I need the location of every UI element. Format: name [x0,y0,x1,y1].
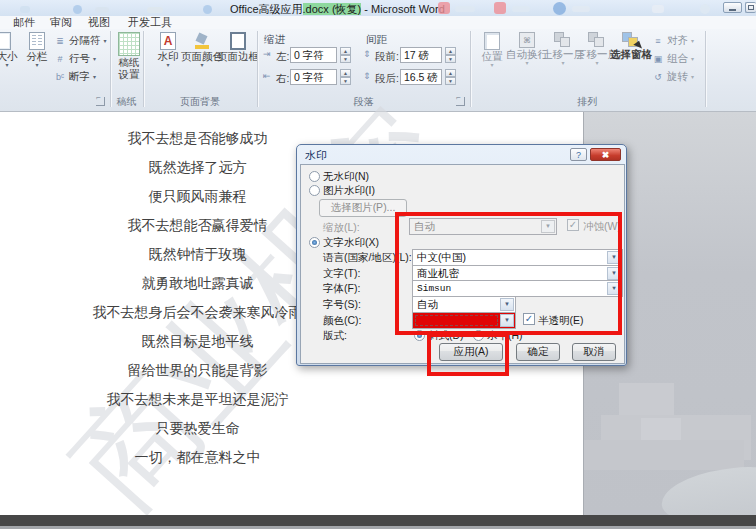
bottom-dark-bar [0,515,756,526]
doc-line: 我不去想未来是平坦还是泥泞 [0,385,395,414]
doc-line: 只要热爱生命 [0,414,395,443]
maximize-button[interactable] [745,2,756,13]
align-button[interactable]: ≡对齐▾ [652,34,694,48]
group-label-arrange: 排列 [470,95,705,109]
chevron-down-icon: ▾ [525,61,528,66]
indent-title: 缩进 [264,33,285,47]
radio-no-watermark[interactable] [309,171,320,182]
manuscript-setup-button[interactable]: 稿纸 设置 [116,32,142,80]
indent-left-input[interactable]: 0 字符 [290,47,337,63]
breaks-button[interactable]: ≣分隔符▾ [54,34,107,48]
tab-mailings[interactable]: 邮件 [13,16,35,29]
tab-developer[interactable]: 开发工具 [128,16,172,29]
chevron-down-icon: ▾ [691,39,694,44]
paragraph-dialog-launcher[interactable] [456,97,465,106]
blurred-titlebar-icon [455,6,475,12]
rotate-button[interactable]: ↺旋转▾ [652,70,694,84]
blurred-qat-icon [20,6,30,13]
group-label-page-background: 页面背景 [143,95,257,109]
line-numbers-button[interactable]: #行号▾ [54,52,96,66]
chevron-down-icon: ▾ [5,63,8,68]
send-backward-icon [588,32,606,48]
chevron-down-icon: ▾ [490,63,493,68]
indent-right-input[interactable]: 0 字符 [290,69,337,85]
blurred-titlebar-icon [438,2,450,14]
size-label: 字号(S): [323,298,361,312]
indent-left-icon: ⇥ [263,49,274,60]
help-icon: ? [576,150,581,160]
selection-pane-icon [622,32,640,48]
spacing-after-stepper[interactable]: ▲▼ [445,69,456,85]
ribbon-tab-row: 邮件 审阅 视图 开发工具 [0,16,756,29]
select-picture-button[interactable]: 选择图片(P)... [319,199,407,217]
page-color-button[interactable]: 页面颜色▾ [185,32,219,68]
position-icon [484,32,500,50]
blurred-qat-icon [147,7,163,13]
blurred-titlebar-icon [553,2,566,15]
breaks-icon: ≣ [54,35,66,47]
radio-picture-watermark[interactable] [309,185,320,196]
wrap-text-icon: ⌘ [519,32,535,48]
watermark-button[interactable]: A 水印▾ [153,32,183,68]
spacing-before-input[interactable]: 17 磅 [400,47,442,63]
group-label-manuscript: 稿纸 [110,95,143,109]
page-size-button[interactable]: 大小▾ [0,32,20,68]
blurred-titlebar-icon [512,6,530,12]
align-icon: ≡ [652,35,664,47]
radio-text-watermark[interactable] [309,237,320,248]
blurred-qat-icon [73,5,82,14]
close-button[interactable]: ✖ [590,148,621,161]
radio-picture-watermark-label[interactable]: 图片水印(I) [323,184,375,198]
columns-icon [29,32,45,50]
indent-right-stepper[interactable]: ▲▼ [340,69,351,85]
chevron-down-icon: ▾ [93,75,96,80]
spacing-after-icon: ⇕ [363,71,374,82]
layout-label: 版式: [323,329,347,343]
tab-review[interactable]: 审阅 [50,16,72,29]
blurred-titlebar-icon [494,2,506,14]
page-border-icon [230,32,246,50]
font-label: 字体(F): [323,282,360,296]
annotation-box-apply [427,333,509,376]
chevron-down-icon: ▾ [35,63,38,68]
hyphenation-icon: bᶜ [54,71,66,83]
page-setup-dialog-launcher[interactable] [96,97,105,106]
spacing-before-icon: ⇕ [363,49,374,60]
cancel-button[interactable]: 取消 [572,343,616,361]
chevron-down-icon: ▾ [166,63,169,68]
title-bar: Office高级应用.docx (恢复) - Microsoft Word [0,0,756,16]
indent-left-stepper[interactable]: ▲▼ [340,47,351,63]
spacing-title: 间距 [366,33,387,47]
title-recovered-highlight: .docx (恢复) [303,3,362,15]
line-numbers-icon: # [54,53,66,65]
chevron-down-icon: ▾ [561,61,564,66]
page-borders-button[interactable]: 页面边框 [221,32,255,62]
wrap-text-button[interactable]: ⌘ 自动换行▾ [510,32,544,66]
chevron-down-icon: ▾ [200,63,203,68]
watermark-icon: A [160,32,176,50]
columns-button[interactable]: 分栏▾ [24,32,50,68]
help-button[interactable]: ? [570,148,587,161]
blurred-logo-block [584,440,744,470]
spacing-before-stepper[interactable]: ▲▼ [445,47,456,63]
indent-right-label: 右: [276,72,289,86]
send-backward-button[interactable]: 下移一层▾ [580,32,614,66]
bring-forward-button[interactable]: 上移一层▾ [546,32,580,66]
radio-no-watermark-label[interactable]: 无水印(N) [323,170,369,184]
position-button[interactable]: 位置▾ [478,32,506,68]
minimize-button[interactable] [723,2,742,13]
scale-label: 缩放(L): [323,221,360,235]
page-color-bucket-icon [194,32,210,50]
ok-button[interactable]: 确定 [516,343,560,361]
hyphenation-button[interactable]: bᶜ断字▾ [54,70,96,84]
window-title: Office高级应用.docx (恢复) - Microsoft Word [230,2,445,17]
group-button[interactable]: ▣组合▾ [652,52,694,66]
chevron-down-icon: ▾ [691,75,694,80]
blurred-titlebar-icon [700,4,710,14]
page-size-icon [0,32,11,50]
radio-text-watermark-label[interactable]: 文字水印(X) [323,236,379,250]
text-label: 文字(T): [323,267,360,281]
tab-view[interactable]: 视图 [88,16,110,29]
doc-line: 一切，都在意料之中 [0,443,395,472]
selection-pane-button[interactable]: 选择窗格 [614,32,648,60]
